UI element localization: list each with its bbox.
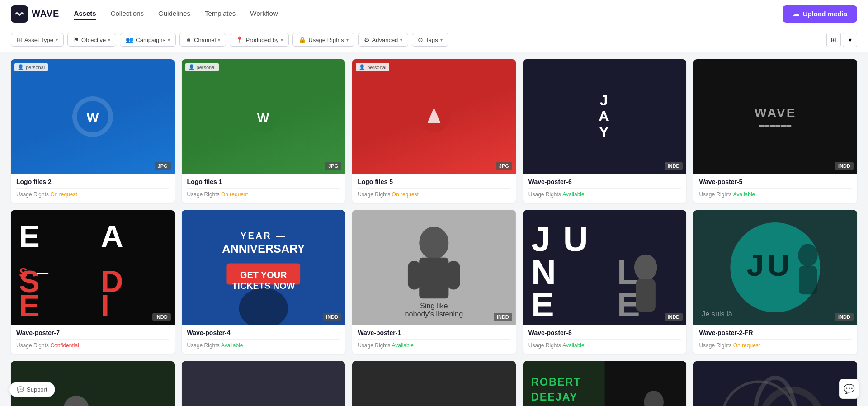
card-image-inner-10: JU Je suis là xyxy=(693,210,857,325)
filter-produced-by-label: Produced by xyxy=(245,37,278,43)
card-meta-2: Usage Rights On request xyxy=(187,188,340,198)
nav-templates[interactable]: Templates xyxy=(205,8,236,20)
badge-format-indd-6: INDD xyxy=(152,313,171,321)
card-image-wave2fr: JU Je suis là INDD xyxy=(693,210,857,325)
card-meta-4: Usage Rights Available xyxy=(528,188,681,198)
chevron-down-icon-6: ▾ xyxy=(346,38,349,42)
flag-icon: ⚑ xyxy=(73,36,79,43)
card-partial-2[interactable]: Create a new xyxy=(182,361,345,406)
badge-personal-3: 👤 personal xyxy=(356,63,389,71)
card-title-5: Wave-poster-5 xyxy=(699,178,852,185)
card-image-partial-2: Create a new xyxy=(182,361,345,406)
svg-point-24 xyxy=(419,227,448,259)
card-title-7: Wave-poster-4 xyxy=(187,329,340,336)
card-title-2: Logo files 1 xyxy=(187,178,340,185)
card-partial-3[interactable]: Brand stories xyxy=(352,361,516,406)
card-image-inner-6: E A S — S E D I xyxy=(11,210,175,325)
badge-format-jpg-3: JPG xyxy=(496,162,512,170)
svg-text:JU: JU xyxy=(747,248,793,283)
card-meta-7: Usage Rights Available xyxy=(187,339,340,349)
logo[interactable]: WAVE xyxy=(11,5,59,23)
filter-advanced-label: Advanced xyxy=(372,37,398,43)
nav-collections[interactable]: Collections xyxy=(111,8,144,20)
rights-value: On request xyxy=(50,191,77,198)
card-body-6: Wave-poster-7 Usage Rights Confidential xyxy=(11,325,175,354)
card-wave-poster-7[interactable]: E A S — S E D I INDD Wave-poster-7 Usage… xyxy=(11,210,175,354)
card-title-3: Logo files 5 xyxy=(358,178,510,185)
card-body-5: Wave-poster-5 Usage Rights Available xyxy=(693,174,857,203)
card-body: Logo files 2 Usage Rights On request xyxy=(11,174,175,203)
filter-asset-type[interactable]: ⊞ Asset Type ▾ xyxy=(11,33,64,47)
card-body-8: Wave-poster-1 Usage Rights Available xyxy=(352,325,516,354)
nav-assets[interactable]: Assets xyxy=(74,8,96,20)
lock-icon: 🔒 xyxy=(298,36,306,43)
filter-tags[interactable]: ⊙ Tags ▾ xyxy=(412,33,448,47)
svg-text:ROBERT: ROBERT xyxy=(531,376,581,388)
card-image-inner-4: JAY xyxy=(523,59,687,174)
badge-personal-text: personal xyxy=(26,65,45,70)
card-wave-poster-6[interactable]: JAY INDD Wave-poster-6 Usage Rights Avai… xyxy=(523,59,687,203)
header: WAVE Assets Collections Guidelines Templ… xyxy=(0,0,868,28)
filter-objective[interactable]: ⚑ Objective ▾ xyxy=(67,33,116,47)
card-image-logo1: W 👤 personal JPG xyxy=(182,59,345,174)
logo-circle: W xyxy=(72,96,113,137)
card-wave-poster-2-fr[interactable]: JU Je suis là INDD Wave-poster-2-FR Usag… xyxy=(693,210,857,354)
nav-guidelines[interactable]: Guidelines xyxy=(158,8,190,20)
svg-rect-37 xyxy=(636,279,655,312)
card-wave-poster-4[interactable]: YEAR — ANNIVERSARY GET YOUR TICKETS NOW … xyxy=(182,210,345,354)
card-logo-files-1[interactable]: W 👤 personal JPG Logo files 1 Usage Righ… xyxy=(182,59,345,203)
filter-bar: ⊞ Asset Type ▾ ⚑ Objective ▾ 👥 Campaigns… xyxy=(0,28,868,52)
card-image-inner-7: YEAR — ANNIVERSARY GET YOUR TICKETS NOW xyxy=(182,210,345,325)
card-body-9: Wave-poster-8 Usage Rights Available xyxy=(523,325,687,354)
chevron-down-icon-3: ▾ xyxy=(168,38,170,42)
card-body-10: Wave-poster-2-FR Usage Rights On request xyxy=(693,325,857,354)
rights-value-10: On request xyxy=(733,342,760,349)
badge-personal-text-2: personal xyxy=(197,65,216,70)
toggle-icon: ⊙ xyxy=(418,36,423,43)
grid-view-button[interactable]: ⊞ xyxy=(826,33,841,47)
rights-value-9: Available xyxy=(562,342,584,349)
upload-icon: ☁ xyxy=(793,10,799,18)
card-image-inner-2: W xyxy=(182,59,345,174)
asset-grid: W 👤 personal JPG Logo files 2 Usage Righ… xyxy=(11,59,857,406)
wave-text-5: WAVE ▬▬▬▬▬▬ xyxy=(755,106,796,127)
card-robert-deejay[interactable]: ROBERT DEEJAY MAY 12 xyxy=(523,361,687,406)
card-logo-files-5[interactable]: 👤 personal JPG Logo files 5 Usage Rights… xyxy=(352,59,516,203)
expand-view-button[interactable]: ▾ xyxy=(843,33,857,47)
filter-usage-rights[interactable]: 🔒 Usage Rights ▾ xyxy=(292,33,354,47)
card-image-partial-3: Brand stories xyxy=(352,361,516,406)
filter-objective-label: Objective xyxy=(81,37,106,43)
badge-personal-text-3: personal xyxy=(367,65,386,70)
svg-text:E: E xyxy=(531,285,556,324)
nav-workflow[interactable]: Workflow xyxy=(250,8,278,20)
chevron-down-icon-8: ▾ xyxy=(440,38,443,42)
card-image-wave4: YEAR — ANNIVERSARY GET YOUR TICKETS NOW … xyxy=(182,210,345,325)
card-image-logo2: W 👤 personal JPG xyxy=(11,59,175,174)
card-image-inner-8: Sing like nobody's listening xyxy=(352,210,516,325)
user-icon-3: 👤 xyxy=(359,64,365,70)
upload-btn-label: Upload media xyxy=(803,10,847,18)
support-button[interactable]: 💬 Support xyxy=(9,382,55,397)
card-wave-poster-1[interactable]: Sing like nobody's listening INDD Wave-p… xyxy=(352,210,516,354)
upload-media-button[interactable]: ☁ Upload media xyxy=(783,5,857,23)
filter-channel[interactable]: 🖥 Channel ▾ xyxy=(179,33,226,47)
badge-format-indd-9: INDD xyxy=(665,313,683,321)
card-partial-5[interactable] xyxy=(693,361,857,406)
card-wave-poster-5[interactable]: WAVE ▬▬▬▬▬▬ INDD Wave-poster-5 Usage Rig… xyxy=(693,59,857,203)
svg-rect-50 xyxy=(182,361,345,406)
svg-point-36 xyxy=(634,255,657,281)
card-image-inner-9: J U N E L E xyxy=(523,210,687,325)
card-wave-poster-8[interactable]: J U N E L E INDD Wave-poster-8 Usage Rig… xyxy=(523,210,687,354)
card-title-4: Wave-poster-6 xyxy=(528,178,681,185)
rights-value-5: Available xyxy=(733,191,755,198)
rights-value-3: On request xyxy=(392,191,419,198)
filter-produced-by[interactable]: 📍 Produced by ▾ xyxy=(230,33,289,47)
svg-text:DEEJAY: DEEJAY xyxy=(531,391,578,403)
asset-grid-container: W 👤 personal JPG Logo files 2 Usage Righ… xyxy=(0,52,868,406)
card-body-3: Logo files 5 Usage Rights On request xyxy=(352,174,516,203)
card-logo-files-2[interactable]: W 👤 personal JPG Logo files 2 Usage Righ… xyxy=(11,59,175,203)
filter-advanced[interactable]: ⚙ Advanced ▾ xyxy=(358,33,409,47)
filter-campaigns[interactable]: 👥 Campaigns ▾ xyxy=(120,33,176,47)
card-title-9: Wave-poster-8 xyxy=(528,329,681,336)
chat-button[interactable]: 💬 xyxy=(839,379,859,399)
